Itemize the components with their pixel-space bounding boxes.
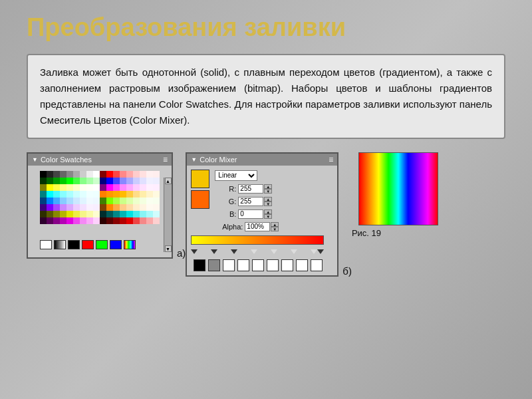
mixer-b-label: B: (215, 210, 236, 218)
mixer-r-row: R: ▲ ▼ (215, 184, 333, 194)
swatches-grid (37, 168, 169, 239)
bottom-swatch-5[interactable] (252, 259, 264, 271)
color-mixer-panel: ▼ Color Mixer ≡ (186, 152, 338, 277)
white-swatch[interactable] (40, 240, 52, 249)
gradient-stop-right[interactable] (317, 249, 324, 254)
mixer-b-spinner: ▲ ▼ (264, 209, 272, 219)
mixer-title: Color Mixer (200, 156, 237, 164)
mixer-alpha-spinner: ▲ ▼ (271, 222, 279, 231)
rainbow-swatch[interactable] (124, 240, 136, 249)
panel-b-group: ▼ Color Mixer ≡ (186, 152, 352, 277)
mixer-arrow-icon: ▼ (191, 156, 197, 163)
gradient-stop-left[interactable] (191, 249, 198, 254)
mixer-g-input[interactable] (238, 197, 263, 206)
bottom-swatch-3[interactable] (223, 259, 235, 271)
gradient-stops-row (191, 246, 324, 254)
swatches-bottom (37, 239, 169, 251)
mixer-g-row: G: ▲ ▼ (215, 197, 333, 206)
black-swatch[interactable] (68, 240, 80, 249)
mixer-b-up[interactable]: ▲ (264, 209, 272, 214)
mixer-type-dropdown[interactable]: Linear (215, 170, 257, 181)
gradient-preview (358, 152, 438, 225)
mixer-controls: Linear R: ▲ ▼ (215, 168, 333, 233)
description-box: Заливка может быть однотонной (solid), с… (27, 54, 505, 139)
panel-b-label: б) (342, 265, 352, 277)
red-swatch[interactable] (82, 240, 94, 249)
page: Преобразования заливки Заливка может быт… (0, 0, 532, 399)
mixer-alpha-label: Alpha: (215, 223, 243, 231)
mixer-r-label: R: (215, 185, 236, 193)
mixer-g-up[interactable]: ▲ (264, 197, 272, 201)
bottom-swatch-6[interactable] (267, 259, 279, 271)
mixer-alpha-down[interactable]: ▼ (271, 227, 279, 231)
scroll-down-btn[interactable]: ▼ (165, 245, 172, 252)
bottom-swatch-8[interactable] (296, 259, 308, 271)
figure-label: Рис. 19 (352, 228, 381, 238)
mixer-g-down[interactable]: ▼ (264, 201, 272, 206)
gradient-preview-group: Рис. 19 (352, 152, 438, 238)
gradient-stop-4[interactable] (251, 249, 257, 254)
panels-area: ▼ Color Swatches ≡ (27, 152, 505, 277)
mixer-left-col (191, 168, 209, 233)
mixer-b-input[interactable] (238, 209, 263, 219)
mixer-r-up[interactable]: ▲ (264, 184, 272, 189)
mixer-gradient-area (191, 235, 333, 254)
mixer-b-down[interactable]: ▼ (264, 214, 272, 219)
mixer-g-spinner: ▲ ▼ (264, 197, 272, 206)
bottom-swatch-1[interactable] (194, 259, 205, 271)
bottom-swatch-7[interactable] (281, 259, 293, 271)
swatches-content: ▲ ▼ (28, 166, 172, 252)
mixer-menu-icon[interactable]: ≡ (329, 155, 333, 164)
scroll-up-btn[interactable]: ▲ (165, 178, 172, 184)
bottom-swatch-9[interactable] (311, 259, 323, 271)
swatches-titlebar: ▼ Color Swatches ≡ (28, 154, 172, 166)
gradient-stop-6[interactable] (291, 249, 297, 254)
green-swatch[interactable] (96, 240, 108, 249)
gradient-stop-3[interactable] (231, 249, 237, 254)
swatches-title: Color Swatches (41, 156, 92, 164)
mixer-alpha-input[interactable] (245, 222, 270, 231)
swatches-menu-icon[interactable]: ≡ (163, 155, 168, 164)
mixer-bottom-swatches (191, 258, 333, 273)
mixer-swatch-orange[interactable] (191, 190, 209, 209)
mixer-titlebar-left: ▼ Color Mixer (191, 156, 237, 164)
mixer-r-spinner: ▲ ▼ (264, 184, 272, 194)
panel-a-group: ▼ Color Swatches ≡ (27, 152, 186, 259)
bottom-swatch-2[interactable] (208, 259, 220, 271)
mixer-swatch-yellow[interactable] (191, 170, 209, 188)
mixer-b-row: B: ▲ ▼ (215, 209, 333, 219)
blue-swatch[interactable] (110, 240, 122, 249)
mixer-dropdown-row: Linear (215, 168, 333, 181)
mixer-gradient-bar[interactable] (191, 235, 324, 245)
gradient-stop-2[interactable] (211, 249, 217, 254)
swatches-arrow-icon: ▼ (32, 156, 38, 163)
swatches-scrollbar[interactable]: ▲ ▼ (164, 178, 172, 252)
swatches-titlebar-left: ▼ Color Swatches (32, 156, 92, 164)
bottom-swatch-4[interactable] (237, 259, 249, 271)
mixer-titlebar: ▼ Color Mixer ≡ (187, 154, 337, 166)
color-swatches-panel: ▼ Color Swatches ≡ (27, 152, 173, 259)
gradient-stop-5[interactable] (271, 249, 277, 254)
gradient-stop-7[interactable] (311, 249, 317, 254)
mixer-r-down[interactable]: ▼ (264, 189, 272, 194)
panel-a-label: а) (177, 247, 186, 259)
mixer-main-row: Linear R: ▲ ▼ (191, 168, 333, 233)
mixer-body: Linear R: ▲ ▼ (187, 166, 337, 275)
gradient-swatch[interactable] (54, 240, 66, 249)
description-text: Заливка может быть однотонной (solid), с… (40, 66, 492, 126)
mixer-alpha-row: Alpha: ▲ ▼ (215, 222, 333, 231)
page-title: Преобразования заливки (27, 13, 505, 42)
mixer-r-input[interactable] (238, 184, 263, 194)
mixer-alpha-up[interactable]: ▲ (271, 222, 279, 227)
mixer-g-label: G: (215, 198, 236, 205)
